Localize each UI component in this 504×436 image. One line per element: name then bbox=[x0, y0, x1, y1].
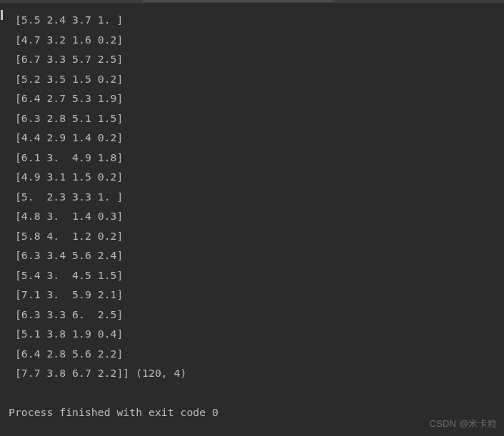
watermark-text: CSDN @米卡粒 bbox=[430, 414, 497, 434]
gutter-mark bbox=[1, 10, 3, 20]
console-output-text: [5.5 2.4 3.7 1. ] [4.7 3.2 1.6 0.2] [6.7… bbox=[9, 10, 498, 422]
console-output-panel[interactable]: [5.5 2.4 3.7 1. ] [4.7 3.2 1.6 0.2] [6.7… bbox=[0, 3, 504, 430]
